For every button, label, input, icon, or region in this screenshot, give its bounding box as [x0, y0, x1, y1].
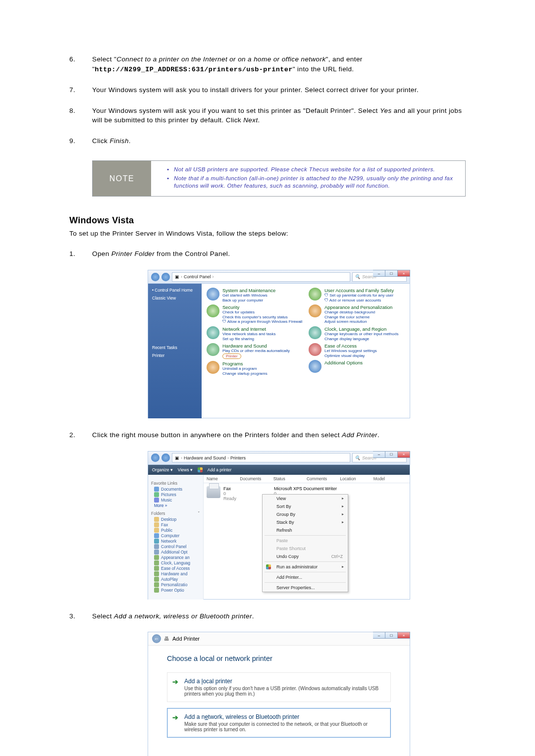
minimize-button[interactable]: – [373, 451, 385, 458]
nav-item[interactable]: Network [151, 539, 200, 544]
nav-item[interactable]: Fax [151, 522, 200, 527]
forward-button[interactable] [161, 273, 170, 281]
text: from the Control Panel. [155, 250, 230, 257]
note-box: NOTE Not all USB printers are supported.… [92, 160, 466, 197]
note-label: NOTE [93, 161, 151, 196]
emph: Finish [109, 137, 128, 145]
step-body: Your Windows system will ask you if you … [92, 106, 466, 125]
menu-item-paste: Paste [263, 537, 348, 545]
cp-category[interactable]: Hardware and SoundPlay CDs or other medi… [207, 343, 303, 359]
close-button[interactable]: × [398, 632, 410, 639]
toolbar-views[interactable]: Views ▾ [178, 467, 193, 472]
step-body: Open Printer Folder from the Control Pan… [92, 249, 466, 259]
nav-item[interactable]: Computer [151, 533, 200, 538]
nav-item[interactable]: Public [151, 528, 200, 533]
wizard-add-printer: – □ × ← 🖶 Add Printer Choose a local or … [148, 632, 410, 756]
nav-item[interactable]: Music [151, 498, 200, 503]
menu-item-stack[interactable]: Stack By▸ [263, 518, 348, 526]
back-button[interactable] [151, 273, 160, 281]
folder-icon: ▣ [175, 274, 179, 279]
window-controls: – □ × [373, 632, 410, 639]
step-6: 6. Select "Connect to a printer on the I… [69, 54, 466, 74]
forward-button[interactable] [161, 454, 170, 462]
nav-more[interactable]: More » [151, 503, 200, 508]
emph: Next [243, 116, 258, 124]
nav-item[interactable]: Personalizatio [151, 582, 200, 587]
nav-item[interactable]: Ease of Access [151, 566, 200, 571]
cp-category[interactable]: SecurityCheck for updatesCheck this comp… [207, 304, 303, 324]
breadcrumb-item: Control Panel [184, 274, 211, 279]
folders-header[interactable]: Folders ˅ [151, 511, 200, 516]
sidebar: • Control Panel Home Classic View Recent… [148, 284, 202, 418]
sidebar-item[interactable]: Printer [152, 353, 198, 358]
window-control-panel: – □ × ▣ › Control Panel › 🔍Search • Cont… [148, 270, 410, 418]
maximize-button[interactable]: □ [385, 270, 398, 277]
nav-item[interactable]: Hardware and [151, 571, 200, 576]
menu-item-refresh[interactable]: Refresh [263, 526, 348, 534]
maximize-button[interactable]: □ [385, 451, 398, 458]
step-body: Select "Connect to a printer on the Inte… [92, 54, 466, 74]
nav-item[interactable]: AutoPlay [151, 577, 200, 582]
system-icon [207, 288, 219, 301]
sidebar-item[interactable]: • Control Panel Home [152, 288, 198, 293]
maximize-button[interactable]: □ [385, 632, 398, 639]
back-button[interactable]: ← [152, 634, 161, 643]
nav-item[interactable]: Power Optio [151, 588, 200, 593]
text: . [258, 116, 260, 124]
toolbar-organize[interactable]: Organize ▾ [152, 467, 173, 472]
cp-category[interactable]: System and MaintenanceGet started with W… [207, 288, 303, 302]
programs-icon [207, 361, 219, 374]
step-number: 3. [69, 611, 92, 621]
nav-item[interactable]: Clock, Languag [151, 560, 200, 565]
step-number: 9. [69, 136, 92, 146]
context-menu: View▸ Sort By▸ Group By▸ Stack By▸ Refre… [262, 494, 348, 592]
column-headers[interactable]: NameDocumentsStatusCommentsLocationModel [204, 475, 410, 483]
menu-item-add-printer[interactable]: Add Printer... [263, 573, 348, 581]
option-network-printer[interactable]: ➔ Add a network, wireless or Bluetooth p… [167, 708, 391, 738]
back-button[interactable] [151, 454, 160, 462]
breadcrumb-item: Hardware and Sound [184, 455, 226, 460]
option-local-printer[interactable]: ➔ Add a local printer Use this option on… [167, 672, 391, 702]
nav-item[interactable]: Appearance an [151, 555, 200, 560]
section-heading: Windows Vista [69, 215, 466, 226]
vista-step-2: 2. Click the right mouse button in anywh… [69, 430, 466, 440]
menu-item-view[interactable]: View▸ [263, 495, 348, 503]
menu-item-sort[interactable]: Sort By▸ [263, 503, 348, 510]
nav-item[interactable]: Desktop [151, 517, 200, 522]
plus-icon: ➔ [172, 713, 179, 720]
nav-item[interactable]: Documents [151, 487, 200, 492]
window-printers: – □ × ▣› Hardware and Sound› Printers 🔍S… [148, 451, 410, 600]
screenshot-control-panel: – □ × ▣ › Control Panel › 🔍Search • Cont… [92, 270, 466, 418]
menu-item-undo[interactable]: Undo CopyCtrl+Z [263, 553, 348, 560]
printer-name: Fax [223, 486, 236, 491]
close-button[interactable]: × [398, 451, 410, 458]
menu-item-group[interactable]: Group By▸ [263, 510, 348, 518]
nav-item[interactable]: Additional Opt [151, 550, 200, 554]
menu-item-runas[interactable]: Run as administrator▸ [263, 563, 348, 571]
printer-icon [207, 486, 220, 498]
nav-item[interactable]: Control Panel [151, 544, 200, 549]
breadcrumb[interactable]: ▣› Hardware and Sound› Printers [172, 453, 350, 462]
additional-options-icon [309, 360, 321, 373]
menu-item-server-props[interactable]: Server Properties... [263, 584, 348, 592]
step-number: 6. [69, 54, 92, 74]
minimize-button[interactable]: – [373, 632, 385, 639]
cp-category[interactable]: User Accounts and Family Safety🛡 Set up … [309, 288, 405, 302]
nav-item[interactable]: Pictures [151, 492, 200, 497]
minimize-button[interactable]: – [373, 270, 385, 277]
toolbar-add-printer[interactable]: Add a printer [208, 467, 232, 472]
breadcrumb[interactable]: ▣ › Control Panel › [172, 272, 350, 282]
cp-category[interactable]: Network and InternetView network status … [207, 326, 303, 341]
cp-category[interactable]: Appearance and PersonalizationChange des… [309, 304, 405, 324]
wizard-header: ← 🖶 Add Printer [148, 632, 410, 646]
step-7: 7. Your Windows system will ask you to i… [69, 85, 466, 95]
cp-category[interactable]: Additional Options [309, 360, 405, 373]
emph: Add a network, wireless or Bluetooth pri… [114, 612, 252, 620]
cp-category[interactable]: Clock, Language, and RegionChange keyboa… [309, 326, 405, 341]
printer-list[interactable]: Fax 0 Ready Microsoft XPS Document Write… [204, 483, 410, 600]
cp-category[interactable]: Ease of AccessLet Windows suggest settin… [309, 343, 405, 358]
close-button[interactable]: × [398, 270, 410, 277]
vista-step-1: 1. Open Printer Folder from the Control … [69, 249, 466, 259]
cp-category[interactable]: ProgramsUninstall a programChange startu… [207, 361, 303, 376]
sidebar-item[interactable]: Classic View [152, 296, 198, 301]
